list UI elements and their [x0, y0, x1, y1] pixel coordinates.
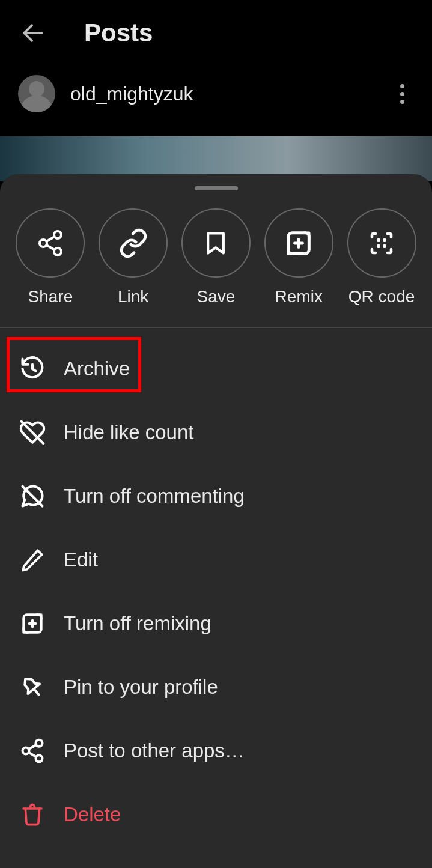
archive-label: Archive: [64, 357, 130, 380]
back-button[interactable]: [18, 18, 48, 48]
edit-icon: [20, 547, 45, 572]
link-action[interactable]: Link: [99, 208, 168, 306]
header: Posts: [0, 0, 432, 63]
delete-item[interactable]: Delete: [0, 783, 432, 846]
avatar: [18, 75, 55, 112]
svg-line-24: [29, 753, 36, 757]
username: old_mightyzuk: [70, 83, 193, 105]
more-options-button[interactable]: [390, 82, 414, 106]
arrow-left-icon: [20, 20, 46, 46]
page-title: Posts: [84, 19, 153, 47]
dot-icon: [400, 84, 404, 88]
hide-likes-label: Hide like count: [64, 421, 193, 444]
quick-actions: Share Link Save: [0, 208, 432, 327]
share-icon: [36, 229, 65, 258]
remix-icon: [283, 228, 314, 259]
remix-off-icon: [19, 610, 46, 637]
share-nodes-icon: [19, 738, 46, 764]
edit-item[interactable]: Edit: [0, 528, 432, 592]
dot-icon: [400, 100, 404, 104]
bottom-sheet: Share Link Save: [0, 174, 432, 868]
trash-icon: [20, 801, 44, 828]
svg-rect-12: [383, 244, 386, 248]
svg-rect-9: [377, 238, 380, 242]
remix-action[interactable]: Remix: [264, 208, 333, 306]
svg-point-2: [40, 240, 47, 247]
turn-off-remix-label: Turn off remixing: [64, 612, 211, 635]
link-icon: [118, 228, 148, 258]
user-info[interactable]: old_mightyzuk: [18, 75, 193, 112]
save-label: Save: [197, 287, 236, 306]
hide-likes-item[interactable]: Hide like count: [0, 401, 432, 464]
svg-rect-10: [383, 238, 386, 242]
svg-point-3: [54, 248, 61, 255]
qrcode-label: QR code: [348, 287, 415, 306]
sheet-handle[interactable]: [195, 186, 238, 190]
edit-label: Edit: [64, 548, 98, 571]
comment-off-icon: [19, 483, 46, 509]
bookmark-icon: [202, 228, 229, 259]
archive-icon: [19, 356, 46, 382]
svg-line-23: [29, 745, 36, 749]
svg-line-14: [32, 369, 36, 371]
pin-label: Pin to your profile: [64, 676, 218, 699]
user-row: old_mightyzuk: [0, 63, 432, 136]
dot-icon: [400, 92, 404, 96]
link-label: Link: [118, 287, 148, 306]
qrcode-icon: [367, 229, 396, 258]
remix-label: Remix: [275, 287, 323, 306]
turn-off-comments-label: Turn off commenting: [64, 485, 245, 508]
menu-list: Archive Hide like count Turn off comment…: [0, 337, 432, 846]
qrcode-action[interactable]: QR code: [347, 208, 416, 306]
heart-off-icon: [19, 419, 46, 446]
divider: [0, 327, 432, 328]
svg-line-4: [46, 237, 55, 241]
delete-label: Delete: [64, 803, 121, 826]
turn-off-comments-item[interactable]: Turn off commenting: [0, 464, 432, 528]
svg-rect-11: [377, 244, 380, 248]
save-action[interactable]: Save: [181, 208, 251, 306]
svg-point-1: [54, 231, 61, 238]
post-other-label: Post to other apps…: [64, 739, 245, 762]
share-label: Share: [28, 287, 73, 306]
svg-line-5: [46, 245, 55, 250]
share-action[interactable]: Share: [16, 208, 85, 306]
archive-item[interactable]: Archive: [0, 337, 432, 401]
post-other-item[interactable]: Post to other apps…: [0, 719, 432, 783]
turn-off-remix-item[interactable]: Turn off remixing: [0, 592, 432, 655]
pin-icon: [19, 674, 46, 700]
pin-item[interactable]: Pin to your profile: [0, 655, 432, 719]
